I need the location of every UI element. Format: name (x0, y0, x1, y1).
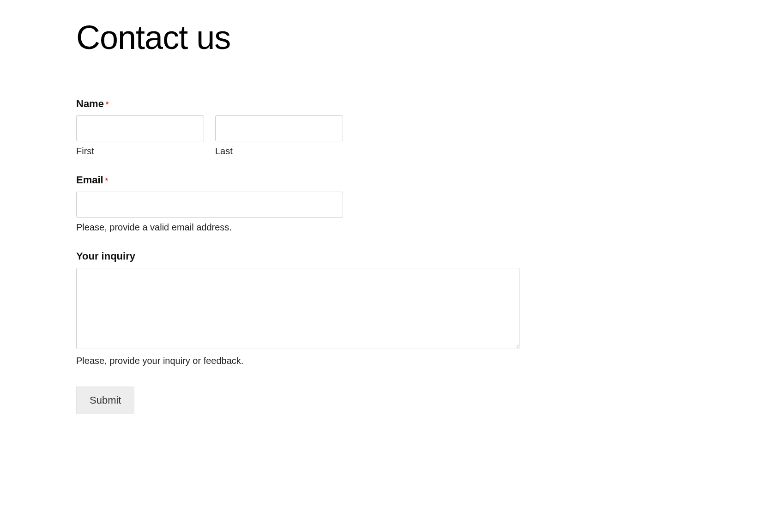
page-title: Contact us (76, 18, 684, 56)
inquiry-helper-text: Please, provide your inquiry or feedback… (76, 356, 684, 366)
required-marker: * (105, 177, 108, 185)
first-name-input[interactable] (76, 115, 204, 141)
email-field-group: Email* Please, provide a valid email add… (76, 174, 684, 233)
email-helper-text: Please, provide a valid email address. (76, 222, 684, 233)
name-label: Name (76, 98, 104, 110)
submit-button[interactable]: Submit (76, 387, 134, 414)
last-name-sublabel: Last (215, 146, 343, 157)
inquiry-field-group: Your inquiry Please, provide your inquir… (76, 250, 684, 366)
inquiry-label: Your inquiry (76, 250, 135, 262)
contact-form: Name* First Last Email* Please, provide … (76, 98, 684, 414)
last-name-input[interactable] (215, 115, 343, 141)
first-name-sublabel: First (76, 146, 204, 157)
email-input[interactable] (76, 192, 343, 218)
required-marker: * (106, 101, 109, 109)
inquiry-textarea[interactable] (76, 268, 519, 349)
name-field-group: Name* First Last (76, 98, 684, 157)
email-label: Email (76, 174, 103, 186)
